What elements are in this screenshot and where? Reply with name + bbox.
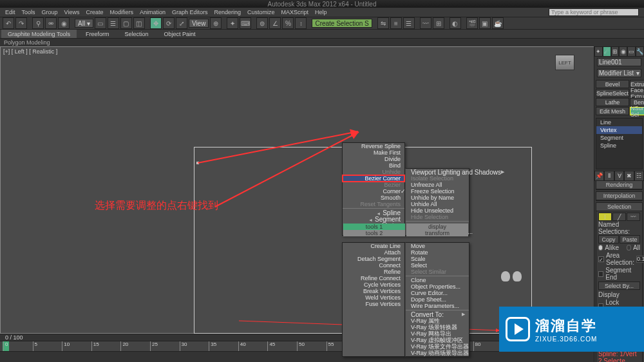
ctx-wire-parameters[interactable]: Wire Parameters... [406, 303, 469, 309]
ctx-create-line[interactable]: Create Line [343, 243, 404, 249]
ctx-isolate[interactable]: Isolate Selection [406, 175, 469, 182]
btn-splineselect[interactable]: SplineSelect [596, 89, 629, 97]
radio-alike[interactable]: Alike All [598, 244, 640, 251]
ctx-reverse-spline[interactable]: Reverse Spline [343, 143, 404, 149]
btn-face-extrude[interactable]: Face Extrude [630, 89, 644, 97]
menu-group[interactable]: Group [42, 9, 58, 15]
ctx-scale[interactable]: Scale [406, 256, 469, 262]
select-rotate-button[interactable]: ⟳ [163, 17, 175, 29]
ctx-unhide-by-name[interactable]: Unhide by Name [406, 195, 469, 201]
ctx-attach[interactable]: Attach [343, 249, 404, 256]
ribbon-tab-freeform[interactable]: Freeform [79, 30, 116, 38]
ctx-cycle-vertices[interactable]: Cycle Vertices [343, 281, 404, 288]
object-name-field[interactable]: Line001 [597, 58, 641, 66]
menu-create[interactable]: Create [86, 9, 103, 15]
remove-mod-icon[interactable]: ✖ [624, 171, 634, 181]
tab-hierarchy-icon[interactable]: ⊞ [611, 46, 620, 57]
btn-bevel[interactable]: Bevel [596, 80, 629, 88]
show-end-icon[interactable]: Ⅱ [604, 171, 614, 181]
ctx-object-properties[interactable]: Object Properties... [406, 283, 469, 290]
ctx-refine-connect[interactable]: Refine Connect [343, 275, 404, 281]
ctx-hide-unselected[interactable]: Hide Unselected [406, 207, 469, 214]
select-scale-button[interactable]: ⤢ [176, 17, 187, 29]
tab-create-icon[interactable]: ✦ [594, 46, 603, 57]
undo-button[interactable]: ↶ [3, 17, 14, 29]
menu-views[interactable]: Views [64, 9, 80, 15]
mirror-button[interactable]: ⇋ [377, 17, 389, 29]
ctx-dope-sheet[interactable]: Dope Sheet... [406, 296, 469, 303]
select-object-button[interactable]: ▭ [95, 17, 106, 29]
subobj-segment-button[interactable]: ╱ [612, 213, 626, 221]
window-crossing-button[interactable]: ◫ [133, 17, 145, 29]
ctx-smooth[interactable]: Smooth [343, 195, 404, 201]
material-editor-button[interactable]: ◐ [450, 17, 461, 29]
ctx-move[interactable]: Move [406, 243, 469, 249]
menu-rendering[interactable]: Rendering [214, 9, 242, 15]
ribbon-tab-graphite[interactable]: Graphite Modeling Tools [1, 30, 77, 38]
schematic-view-button[interactable]: ⊞ [433, 17, 444, 29]
render-frame-button[interactable]: ▣ [479, 17, 491, 29]
ctx-select[interactable]: Select [406, 262, 469, 269]
ribbon-tab-object-paint[interactable]: Object Paint [157, 30, 202, 38]
check-segment-end[interactable]: Segment End [598, 267, 640, 281]
bind-button[interactable]: ◉ [58, 17, 70, 29]
ribbon-tab-selection[interactable]: Selection [118, 30, 155, 38]
menu-help[interactable]: Help [315, 9, 327, 15]
ctx-unhide-all[interactable]: Unhide All [406, 201, 469, 207]
btn-edit-mesh[interactable]: Edit Mesh [596, 107, 629, 115]
percent-snap-button[interactable]: % [282, 17, 294, 29]
render-button[interactable]: ☕ [492, 17, 504, 29]
ctx-refine[interactable]: Refine [343, 269, 404, 275]
unlink-button[interactable]: ⚮ [45, 17, 57, 29]
manipulate-button[interactable]: ✦ [227, 17, 238, 29]
ctx-rotate[interactable]: Rotate [406, 249, 469, 256]
ctx-sub-segment[interactable]: Segment [343, 216, 404, 222]
ctx-hide-selection[interactable]: Hide Selection [406, 214, 469, 220]
paste-sel-button[interactable]: Paste [620, 235, 640, 243]
ctx-vray-anim-export[interactable]: V-Ray 动画场景导出器 [406, 350, 469, 356]
link-button[interactable]: ⚲ [32, 17, 44, 29]
menu-maxscript[interactable]: MAXScript [281, 9, 309, 15]
ctx-clone[interactable]: Clone [406, 277, 469, 283]
ref-coord-dropdown[interactable]: View [189, 19, 209, 28]
menu-animation[interactable]: Animation [140, 9, 166, 15]
spline-vertex[interactable] [196, 162, 199, 164]
btn-nsurf-sel[interactable]: NSurf Sel [630, 107, 644, 115]
menu-modifiers[interactable]: Modifiers [109, 9, 133, 15]
stack-spline[interactable]: Spline [596, 142, 642, 149]
ctx-unfreeze-all[interactable]: Unfreeze All [406, 182, 469, 188]
ctx-break-vertices[interactable]: Break Vertices [343, 288, 404, 294]
viewport-label[interactable]: [+] [ Left ] [ Realistic ] [3, 48, 57, 55]
named-selection-dropdown[interactable]: Create Selection S [312, 19, 372, 28]
ctx-bind[interactable]: Bind [343, 162, 404, 169]
btn-lathe[interactable]: Lathe [596, 98, 629, 106]
ctx-curve-editor[interactable]: Curve Editor... [406, 290, 469, 296]
render-setup-button[interactable]: 🎬 [466, 17, 478, 29]
pin-stack-icon[interactable]: 📌 [594, 171, 604, 181]
copy-sel-button[interactable]: Copy [598, 235, 619, 243]
menu-tools[interactable]: Tools [22, 9, 35, 15]
stack-vertex[interactable]: Vertex [596, 126, 642, 134]
ctx-select-similar[interactable]: Select Similar [406, 269, 469, 275]
selection-filter-dropdown[interactable]: All ▾ [75, 19, 93, 28]
configure-sets-icon[interactable]: ☷ [634, 171, 644, 181]
ctx-weld-vertices[interactable]: Weld Vertices [343, 294, 404, 301]
menu-graph-editors[interactable]: Graph Editors [172, 9, 208, 15]
ctx-reset-tangents[interactable]: Reset Tangents [343, 201, 404, 207]
angle-snap-button[interactable]: ∠ [269, 17, 281, 29]
subobj-vertex-button[interactable]: ⁞ [598, 213, 612, 221]
ctx-vp-lighting[interactable]: Viewport Lighting and Shadows▶ [406, 169, 469, 175]
viewport-left[interactable]: [+] [ Left ] [ Realistic ] LEFT 选择需要调整的点… [0, 46, 594, 334]
select-name-button[interactable]: ☰ [108, 17, 119, 29]
subobj-spline-button[interactable]: 〰 [627, 213, 640, 221]
layers-button[interactable]: ☰ [403, 17, 415, 29]
tab-utilities-icon[interactable]: 🔧 [636, 46, 644, 57]
stack-segment[interactable]: Segment [596, 134, 642, 142]
ctx-connect[interactable]: Connect [343, 262, 404, 269]
ctx-bezier[interactable]: Bezier [343, 182, 404, 188]
ctx-make-first[interactable]: Make First [343, 149, 404, 156]
ctx-sub-spline[interactable]: Spline [343, 209, 404, 216]
unique-icon[interactable]: ∀ [614, 171, 624, 181]
check-area-selection[interactable]: Area Selection: [598, 252, 640, 266]
ctx-unhide[interactable]: Unhide [343, 169, 404, 175]
